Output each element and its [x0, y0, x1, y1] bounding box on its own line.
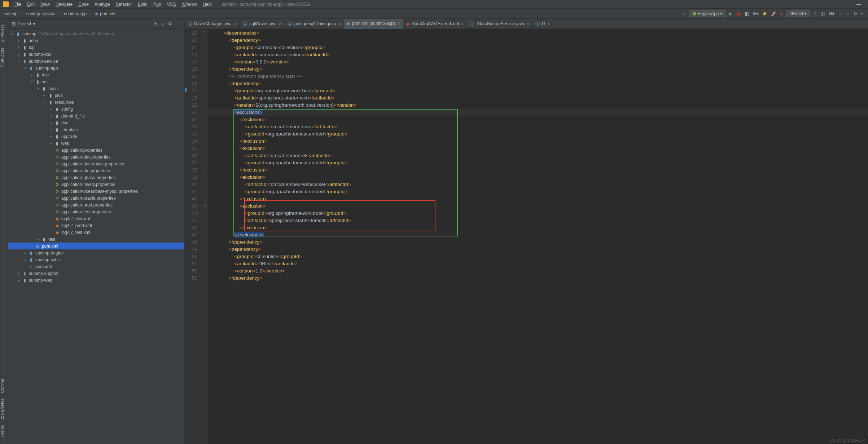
crumb-2[interactable]: sunimp-app	[64, 11, 87, 16]
code-line[interactable]: <artifactId>tomcat-embed-websocket</arti…	[208, 181, 868, 188]
tree-arrow-icon[interactable]: ▸	[31, 73, 35, 77]
tree-node[interactable]: ⚙application.properties	[8, 147, 184, 154]
run-icon[interactable]: ▶	[729, 11, 732, 16]
tree-node[interactable]: ▸▮sunimp-support	[8, 270, 184, 277]
tree-arrow-icon[interactable]: ▸	[44, 94, 48, 97]
editor-tab[interactable]: ⒾIDataSourceService.java×	[467, 19, 532, 28]
code-line[interactable]: <exclusion>	[208, 145, 868, 152]
fold-indicator[interactable]	[202, 209, 208, 216]
tree-node[interactable]: ◆log4j2_prod.xml	[8, 222, 184, 229]
code-line[interactable]: <version>3.2.2</version>	[208, 58, 868, 66]
code-line[interactable]: </exclusion>	[208, 166, 868, 174]
close-icon[interactable]: ×	[338, 21, 341, 27]
tool-jrebel[interactable]: JRebel	[0, 422, 4, 440]
menu-run[interactable]: Run	[150, 2, 164, 7]
tool-project[interactable]: 1: Project	[0, 22, 4, 45]
tree-node[interactable]: ⚙application-oracle.properties	[8, 195, 184, 201]
tree-node[interactable]: ▾▮sunimp-app	[8, 65, 184, 71]
close-icon[interactable]: ×	[461, 21, 464, 27]
tree-arrow-icon[interactable]: ▸	[18, 272, 22, 275]
gutter-marker-icon[interactable]: ●	[185, 87, 187, 92]
tree-node[interactable]: ▸▮log	[8, 44, 184, 51]
tree-node[interactable]: ▾▮src	[8, 78, 184, 85]
tree-arrow-icon[interactable]: ▾	[31, 80, 35, 84]
fold-indicator[interactable]	[202, 274, 208, 281]
fold-indicator[interactable]	[202, 159, 208, 166]
code-line[interactable]: <groupId>org.apache.tomcat.embed</groupI…	[208, 159, 868, 166]
fold-indicator[interactable]	[202, 43, 208, 50]
editor-tab[interactable]: Ⓒsql\Driver.java×	[240, 19, 285, 28]
fold-indicator[interactable]	[202, 216, 208, 223]
code-line[interactable]: </exclusion>	[208, 138, 868, 145]
tree-node[interactable]: ⚙application-prod.properties	[8, 201, 184, 208]
tree-node[interactable]: ▸▮.idea	[8, 37, 184, 44]
tree-arrow-icon[interactable]: ▸	[51, 135, 54, 138]
tree-node[interactable]: ▸▮sunimp-sche	[8, 256, 184, 263]
tree-arrow-icon[interactable]: ▸	[25, 251, 28, 255]
fold-indicator[interactable]: ⊟	[202, 245, 208, 252]
fold-indicator[interactable]	[202, 72, 208, 79]
profile-icon[interactable]: ⟳▾	[753, 11, 758, 16]
tree-arrow-icon[interactable]: ▸	[25, 258, 28, 262]
code-line[interactable]: <groupId>org.springframework.boot</group…	[208, 210, 868, 217]
menu-vcs[interactable]: VCS	[164, 2, 179, 7]
code-line[interactable]: <exclusions>	[208, 109, 868, 116]
code-line[interactable]: <dependencies>	[208, 30, 868, 37]
tree-arrow-icon[interactable]: ▾	[18, 59, 22, 63]
tree-arrow-icon[interactable]: ▸	[51, 128, 54, 132]
fold-indicator[interactable]	[202, 267, 208, 274]
code-line[interactable]: <exclusion>	[208, 116, 868, 123]
menu-help[interactable]: Help	[200, 2, 215, 7]
jrebel-shield-icon[interactable]: 🛡	[813, 11, 817, 16]
code-line[interactable]: </dependency>	[208, 275, 868, 282]
code-line[interactable]: <artifactId>spring-boot-starter-web</art…	[208, 94, 868, 102]
git-update-icon[interactable]: ✓	[839, 11, 843, 16]
code-line[interactable]: <dependency>	[208, 246, 868, 253]
tree-node[interactable]: ▸▮doc	[8, 71, 184, 78]
fold-indicator[interactable]: ⊟	[202, 29, 208, 36]
code-line[interactable]: <groupId>org.apache.tomcat.embed</groupI…	[208, 130, 868, 138]
code-line[interactable]: <artifactId>tomcat-embed-el</artifactId>	[208, 152, 868, 159]
close-icon[interactable]: ×	[547, 21, 550, 27]
tree-node[interactable]: ⚙application-mysql.properties	[8, 181, 184, 188]
tool-structure[interactable]: 7: Structure	[0, 45, 4, 71]
code-line[interactable]: </exclusion>	[208, 224, 868, 231]
gear-icon[interactable]: ⚙	[168, 21, 172, 26]
lightning-icon[interactable]: ⚡	[762, 11, 767, 16]
editor-tab[interactable]: ◆DataOrgDAOExtend.xml×	[403, 19, 467, 28]
fold-indicator[interactable]	[202, 195, 208, 202]
tree-node[interactable]: mpom.xml	[8, 243, 184, 249]
fold-indicator[interactable]: ⊟	[202, 173, 208, 180]
editor-tab[interactable]: mpom.xml (sunimp-app)×	[344, 19, 403, 28]
menu-file[interactable]: FFileile	[12, 2, 24, 7]
tree-node[interactable]: ▸▮template	[8, 126, 184, 133]
fold-indicator[interactable]: ⊟	[202, 36, 208, 43]
tool-commit[interactable]: Commit	[0, 376, 4, 396]
project-tree[interactable]: ▾▮sunimpD:\Sunline\guangzhou\dev-v5.0\su…	[8, 29, 184, 444]
tree-arrow-icon[interactable]: ▸	[18, 46, 22, 49]
tool-favorites[interactable]: 2: Favorites	[0, 396, 4, 422]
fold-indicator[interactable]	[202, 180, 208, 187]
tree-arrow-icon[interactable]: ▾	[12, 32, 15, 36]
tree-node[interactable]: ◆log4j2_dev.xml	[8, 215, 184, 222]
tree-node[interactable]: ◆log4j2_test.xml	[8, 229, 184, 236]
code-line[interactable]: <dependency>	[208, 37, 868, 44]
code-line[interactable]: <artifactId>tomcat-embed-core</artifactI…	[208, 123, 868, 130]
tree-node[interactable]: ▸▮upgrade	[8, 133, 184, 140]
menu-navigate[interactable]: Navigate	[53, 2, 75, 7]
tree-node[interactable]: ▾▮sunimp-service	[8, 58, 184, 65]
menu-window[interactable]: Window	[179, 2, 200, 7]
tree-arrow-icon[interactable]: ▸	[38, 237, 41, 241]
project-view-selector[interactable]: ▤ Project ▾	[12, 21, 35, 26]
tree-arrow-icon[interactable]: ▸	[18, 53, 22, 56]
fold-indicator[interactable]: ⊟	[202, 144, 208, 151]
tree-node[interactable]: ⚙application-test.properties	[8, 208, 184, 215]
fold-indicator[interactable]	[202, 223, 208, 231]
tree-node[interactable]: ▾▮sunimpD:\Sunline\guangzhou\dev-v5.0\su…	[8, 30, 184, 37]
menu-view[interactable]: View	[38, 2, 53, 7]
stop-icon[interactable]: ■	[780, 11, 782, 16]
fold-indicator[interactable]	[202, 123, 208, 130]
crumb-3[interactable]: pom.xml	[100, 11, 116, 16]
git-rollback-icon[interactable]: ↩	[861, 11, 864, 16]
code-line[interactable]: <version>${org.springframework.boot.vers…	[208, 102, 868, 109]
